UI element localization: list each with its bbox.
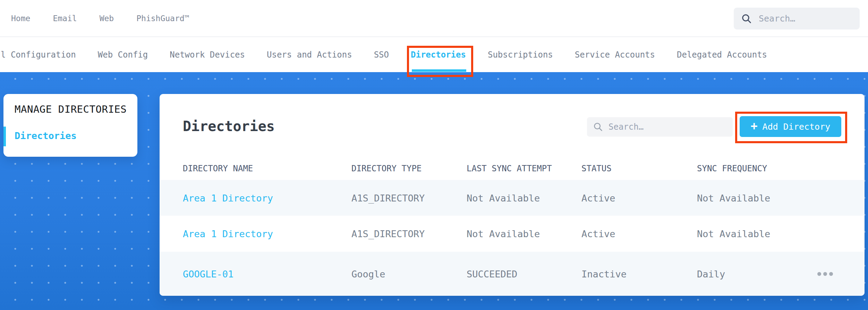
search-icon bbox=[741, 14, 752, 24]
top-nav-item-email[interactable]: Email bbox=[53, 14, 77, 23]
col-header-directory-type: DIRECTORY TYPE bbox=[351, 160, 422, 177]
content-background: MANAGE DIRECTORIES Directories Directori… bbox=[0, 72, 868, 310]
plus-icon: + bbox=[751, 120, 758, 132]
directories-search-input[interactable] bbox=[609, 122, 726, 132]
status-cell: Inactive bbox=[581, 268, 627, 279]
row-more-options-icon[interactable] bbox=[815, 270, 835, 278]
table-row: Area 1 Directory A1S_DIRECTORY Not Avail… bbox=[160, 180, 865, 216]
last-sync-cell: Not Available bbox=[467, 229, 540, 239]
directory-type-cell: Google bbox=[351, 268, 385, 279]
col-header-last-sync-attempt: LAST SYNC ATTEMPT bbox=[467, 160, 552, 177]
tab-email-configuration[interactable]: l Configuration bbox=[1, 50, 76, 60]
directories-search[interactable] bbox=[587, 117, 733, 137]
table-row: GOOGLE-01 Google SUCCEEDED Inactive Dail… bbox=[160, 252, 865, 296]
top-nav-item-phishguard[interactable]: PhishGuard™ bbox=[136, 14, 189, 23]
tab-web-config[interactable]: Web Config bbox=[98, 50, 148, 60]
top-nav-item-home[interactable]: Home bbox=[11, 14, 30, 23]
tab-sso[interactable]: SSO bbox=[374, 50, 389, 60]
sync-frequency-cell: Not Available bbox=[697, 192, 770, 203]
directories-panel: Directories + Add Directory DIRECTORY NA… bbox=[160, 94, 865, 296]
tab-subscriptions[interactable]: Subscriptions bbox=[488, 50, 553, 60]
last-sync-cell: SUCCEEDED bbox=[467, 268, 517, 279]
tab-directories[interactable]: Directories bbox=[411, 50, 466, 60]
sync-frequency-cell: Daily bbox=[697, 268, 725, 279]
active-item-indicator bbox=[3, 127, 6, 146]
col-header-directory-name: DIRECTORY NAME bbox=[183, 160, 253, 177]
status-cell: Active bbox=[581, 192, 615, 203]
last-sync-cell: Not Available bbox=[467, 192, 540, 203]
directory-type-cell: A1S_DIRECTORY bbox=[351, 229, 425, 239]
col-header-status: STATUS bbox=[581, 160, 612, 177]
top-nav-items: Home Email Web PhishGuard™ bbox=[11, 14, 189, 23]
top-nav-item-web[interactable]: Web bbox=[100, 14, 114, 23]
add-directory-button[interactable]: + Add Directory bbox=[740, 116, 841, 137]
settings-tab-bar: l Configuration Web Config Network Devic… bbox=[0, 37, 868, 72]
tab-network-devices[interactable]: Network Devices bbox=[170, 50, 245, 60]
side-nav-item-directories[interactable]: Directories bbox=[15, 130, 77, 141]
global-search-input[interactable] bbox=[759, 14, 852, 24]
active-tab-underline bbox=[412, 69, 466, 72]
manage-directories-card: MANAGE DIRECTORIES Directories bbox=[3, 94, 137, 157]
add-directory-label: Add Directory bbox=[763, 122, 831, 132]
status-cell: Active bbox=[581, 229, 615, 239]
top-nav: Home Email Web PhishGuard™ bbox=[0, 0, 868, 37]
search-icon bbox=[593, 122, 603, 132]
sync-frequency-cell: Not Available bbox=[697, 229, 770, 239]
global-search[interactable] bbox=[734, 8, 860, 29]
panel-title: Directories bbox=[183, 118, 275, 134]
directory-name-link[interactable]: GOOGLE-01 bbox=[183, 268, 233, 279]
directory-name-link[interactable]: Area 1 Directory bbox=[183, 192, 273, 203]
col-header-sync-frequency: SYNC FREQUENCY bbox=[697, 160, 767, 177]
tab-service-accounts[interactable]: Service Accounts bbox=[575, 50, 655, 60]
side-card-heading: MANAGE DIRECTORIES bbox=[15, 103, 127, 115]
directory-name-link[interactable]: Area 1 Directory bbox=[183, 229, 273, 239]
tab-users-and-actions[interactable]: Users and Actions bbox=[267, 50, 352, 60]
tab-delegated-accounts[interactable]: Delegated Accounts bbox=[677, 50, 767, 60]
screen: Home Email Web PhishGuard™ l Configurati… bbox=[0, 0, 868, 310]
table-header-row: DIRECTORY NAME DIRECTORY TYPE LAST SYNC … bbox=[160, 160, 865, 177]
table-row: Area 1 Directory A1S_DIRECTORY Not Avail… bbox=[160, 216, 865, 252]
directory-type-cell: A1S_DIRECTORY bbox=[351, 192, 425, 203]
